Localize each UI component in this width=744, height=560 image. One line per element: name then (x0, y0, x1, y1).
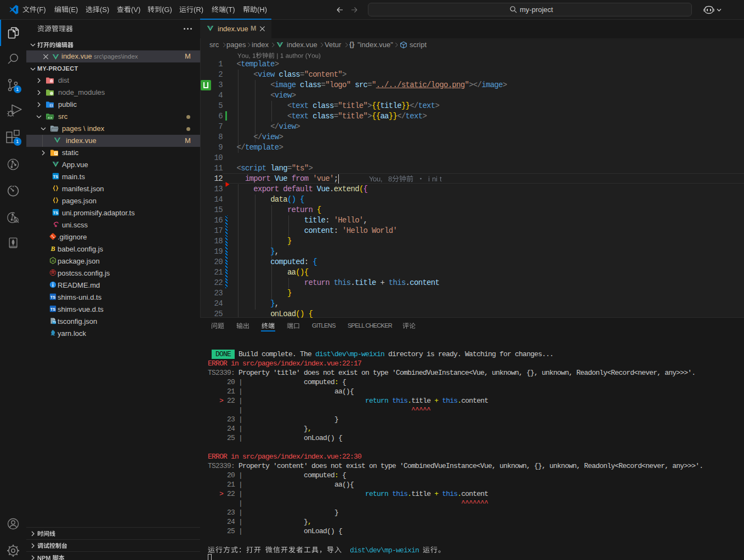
svg-text:JS: JS (51, 259, 55, 262)
svg-text:TS: TS (53, 321, 56, 324)
svg-text:B: B (50, 245, 55, 252)
svg-text:TS: TS (53, 174, 58, 179)
svg-text:TS: TS (53, 210, 58, 215)
svg-text:TS: TS (50, 295, 55, 300)
svg-text:TS: TS (50, 307, 55, 312)
